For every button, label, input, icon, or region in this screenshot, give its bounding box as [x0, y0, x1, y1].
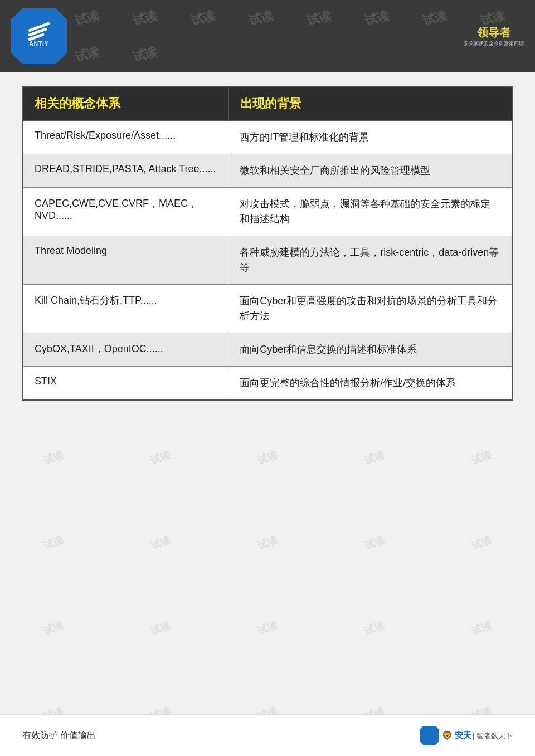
table-row: CybOX,TAXII，OpenIOC......面向Cyber和信息交换的描述… [23, 333, 512, 367]
table-cell-col2: 面向Cyber和信息交换的描述和标准体系 [228, 333, 512, 367]
table-cell-col1: STIX [23, 367, 228, 401]
header-right-brand: 领导者 安关润赋安全令训营第四期 [464, 25, 524, 47]
logo-label: ANTIY [30, 41, 49, 47]
table-row: DREAD,STRIDE,PASTA, Attack Tree......微软和… [23, 154, 512, 188]
col2-header: 出现的背景 [228, 87, 512, 120]
footer-slogan: 有效防护 价值输出 [22, 730, 96, 742]
watermark: 试读 [171, 0, 234, 39]
col1-header: 相关的概念体系 [23, 87, 228, 120]
table-cell-col2: 微软和相关安全厂商所推出的风险管理模型 [228, 154, 512, 188]
watermark: 试读 [113, 0, 176, 39]
footer-brand-main: 安天 [455, 730, 471, 740]
table-cell-col2: 西方的IT管理和标准化的背景 [228, 120, 512, 154]
table-cell-col1: Kill Chain,钻石分析,TTP...... [23, 285, 228, 333]
footer-logo-text: 🦁 安天 [442, 730, 471, 741]
table-cell-col2: 面向Cyber和更高强度的攻击和对抗的场景的分析工具和分析方法 [228, 285, 512, 333]
table-row: Threat Modeling各种威胁建模的方法论，工具，risk-centri… [23, 236, 512, 285]
logo-lines [28, 26, 50, 38]
footer-antiy: 🦁 [442, 730, 453, 740]
watermark: 试读 [229, 0, 292, 39]
table-cell-col2: 对攻击模式，脆弱点，漏洞等各种基础的安全元素的标定和描述结构 [228, 188, 512, 236]
footer: 有效防护 价值输出 🦁 安天 | 智者数天下 [0, 714, 535, 756]
table-row: CAPEC,CWE,CVE,CVRF，MAEC，NVD......对攻击模式，脆… [23, 188, 512, 236]
brand-name: 领导者 [464, 25, 524, 40]
watermark: 试读 [113, 33, 176, 72]
table-row: Threat/Risk/Exposure/Asset......西方的IT管理和… [23, 120, 512, 154]
table-cell-col1: DREAD,STRIDE,PASTA, Attack Tree...... [23, 154, 228, 188]
table-cell-col1: CybOX,TAXII，OpenIOC...... [23, 333, 228, 367]
table-cell-col2: 各种威胁建模的方法论，工具，risk-centric，data-driven等等 [228, 236, 512, 285]
watermark: 试读 [403, 0, 466, 39]
footer-brand-right: | 智者数天下 [473, 731, 513, 741]
antiy-logo: ANTIY [11, 8, 67, 64]
watermark: 试读 [345, 0, 408, 39]
table-row: Kill Chain,钻石分析,TTP......面向Cyber和更高强度的攻击… [23, 285, 512, 333]
footer-brand-text: 智者数天下 [476, 731, 513, 740]
table-cell-col1: CAPEC,CWE,CVE,CVRF，MAEC，NVD...... [23, 188, 228, 236]
concept-table: 相关的概念体系 出现的背景 Threat/Risk/Exposure/Asset… [22, 86, 513, 401]
watermark: 试读 [287, 0, 350, 39]
table-cell-col2: 面向更完整的综合性的情报分析/作业/交换的体系 [228, 367, 512, 401]
table-row: STIX面向更完整的综合性的情报分析/作业/交换的体系 [23, 367, 512, 401]
brand-subtitle: 安关润赋安全令训营第四期 [464, 40, 524, 47]
table-cell-col1: Threat Modeling [23, 236, 228, 285]
table-header-row: 相关的概念体系 出现的背景 [23, 87, 512, 120]
table-cell-col1: Threat/Risk/Exposure/Asset...... [23, 120, 228, 154]
header: 试读 试读 试读 试读 试读 试读 试读 试读 试读 试读 试读 试读 ANTI… [0, 0, 535, 72]
header-watermarks: 试读 试读 试读 试读 试读 试读 试读 试读 试读 试读 试读 试读 [0, 0, 535, 72]
footer-logo: 🦁 安天 | 智者数天下 [420, 726, 513, 745]
footer-logo-icon [420, 726, 439, 745]
main-content: 相关的概念体系 出现的背景 Threat/Risk/Exposure/Asset… [22, 86, 513, 711]
